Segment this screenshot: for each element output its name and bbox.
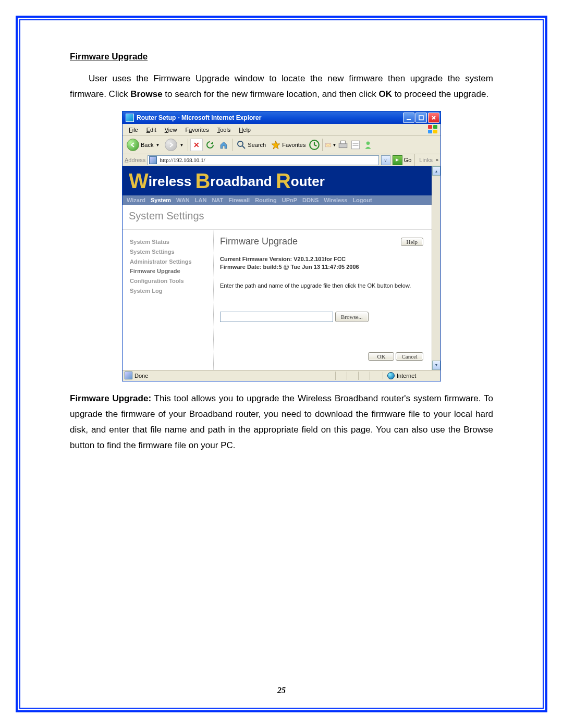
ie-window: Router Setup - Microsoft Internet Explor…	[122, 111, 441, 381]
sidebar: System Status System Settings Administra…	[123, 230, 214, 370]
svg-point-2	[238, 141, 243, 146]
internet-zone-icon	[387, 372, 395, 379]
svg-rect-0	[407, 119, 411, 120]
forward-icon	[165, 139, 177, 151]
nav-logout[interactable]: Logout	[352, 197, 372, 203]
back-button[interactable]: Back ▼	[125, 138, 162, 152]
address-dropdown[interactable]: v	[381, 155, 390, 165]
windows-flag-icon	[428, 125, 438, 134]
help-button[interactable]: Help	[401, 238, 423, 246]
svg-rect-1	[419, 116, 423, 120]
address-bar: Address v Go Links »	[123, 154, 440, 166]
sidebar-item-administrator-settings[interactable]: Administrator Settings	[130, 257, 208, 267]
ok-button[interactable]: OK	[368, 352, 394, 361]
security-zone: Internet	[383, 372, 438, 379]
browse-button[interactable]: Browse...	[335, 312, 369, 322]
nav-nat[interactable]: NAT	[212, 197, 223, 203]
nav-routing[interactable]: Routing	[255, 197, 277, 203]
sidebar-item-system-status[interactable]: System Status	[130, 237, 208, 247]
url-input[interactable]	[158, 156, 377, 164]
refresh-icon	[205, 140, 215, 150]
intro-paragraph: User uses the Firmware Upgrade window to…	[70, 71, 493, 102]
minimize-button[interactable]	[403, 113, 414, 123]
status-bar: Done Internet	[123, 370, 440, 381]
scroll-up-button[interactable]: ▴	[432, 166, 440, 176]
edit-icon	[350, 139, 361, 151]
go-icon	[393, 155, 402, 165]
upgrade-instruction: Enter the path and name of the upgrade f…	[220, 282, 423, 289]
menu-bar: File Edit View Favorites Tools Help	[123, 124, 440, 136]
sidebar-item-firmware-upgrade[interactable]: Firmware Upgrade	[130, 266, 208, 276]
print-button[interactable]	[337, 139, 349, 151]
section-header: System Settings	[123, 205, 432, 230]
section-title: Firmware Upgrade	[70, 52, 493, 62]
search-button[interactable]: Search	[235, 139, 268, 151]
main-panel: Firmware Upgrade Help Current Firmware V…	[214, 230, 432, 370]
window-title: Router Setup - Microsoft Internet Explor…	[137, 114, 403, 121]
cancel-button[interactable]: Cancel	[396, 352, 423, 361]
vertical-scrollbar[interactable]: ▴ ▾	[432, 166, 440, 370]
sidebar-item-configuration-tools[interactable]: Configuration Tools	[130, 276, 208, 286]
nav-wan[interactable]: WAN	[176, 197, 190, 203]
page-icon	[149, 156, 157, 164]
nav-system[interactable]: System	[151, 197, 171, 203]
ie-icon	[126, 114, 134, 122]
scroll-down-button[interactable]: ▾	[432, 361, 440, 370]
title-bar: Router Setup - Microsoft Internet Explor…	[123, 112, 440, 124]
maximize-button[interactable]	[415, 113, 427, 123]
firmware-version: Current Firmware Version: V20.1.2.101for…	[220, 255, 423, 263]
mail-icon	[325, 142, 332, 149]
menu-edit[interactable]: Edit	[142, 126, 161, 134]
file-path-input[interactable]	[220, 312, 333, 322]
toolbar: Back ▼ ▼ ✕ Search	[123, 136, 440, 154]
menu-favorites[interactable]: Favorites	[181, 126, 213, 134]
star-icon	[271, 140, 280, 150]
menu-tools[interactable]: Tools	[213, 126, 235, 134]
refresh-button[interactable]	[204, 139, 216, 151]
router-banner: Wireless Broadband Router	[123, 166, 432, 195]
address-label: Address	[125, 157, 145, 163]
edit-button[interactable]	[350, 139, 361, 151]
messenger-button[interactable]	[362, 139, 374, 151]
home-button[interactable]	[217, 139, 230, 151]
svg-rect-7	[352, 141, 360, 149]
messenger-icon	[362, 139, 374, 151]
page-number: 25	[20, 686, 543, 695]
favorites-button[interactable]: Favorites	[269, 139, 308, 151]
menu-file[interactable]: File	[125, 126, 142, 134]
nav-ddns[interactable]: DDNS	[302, 197, 319, 203]
nav-upnp[interactable]: UPnP	[282, 197, 297, 203]
status-page-icon	[125, 372, 132, 379]
svg-point-8	[366, 142, 370, 145]
menu-view[interactable]: View	[161, 126, 181, 134]
forward-button[interactable]: ▼	[163, 138, 186, 152]
svg-rect-6	[341, 141, 346, 144]
links-label[interactable]: Links	[418, 157, 434, 163]
router-page: Wireless Broadband Router Wizard System …	[123, 166, 432, 370]
panel-title: Firmware Upgrade	[220, 236, 401, 247]
sidebar-item-system-log[interactable]: System Log	[130, 286, 208, 296]
sidebar-item-system-settings[interactable]: System Settings	[130, 247, 208, 257]
nav-firewall[interactable]: Firewall	[228, 197, 250, 203]
history-icon	[309, 139, 320, 151]
status-text: Done	[134, 373, 148, 379]
stop-button[interactable]: ✕	[190, 139, 203, 151]
links-chevron-icon[interactable]: »	[436, 157, 438, 163]
nav-lan[interactable]: LAN	[195, 197, 207, 203]
mail-button[interactable]: ▼	[325, 139, 336, 151]
history-button[interactable]	[309, 139, 320, 151]
search-icon	[237, 140, 246, 150]
address-box[interactable]	[148, 155, 378, 165]
description-paragraph: Firmware Upgrade: This tool allows you t…	[70, 391, 493, 453]
home-icon	[219, 140, 228, 150]
router-nav: Wizard System WAN LAN NAT Firewall Routi…	[123, 195, 432, 205]
firmware-date: Firmware Date: build:5 @ Tue Jun 13 11:4…	[220, 263, 423, 271]
nav-wireless[interactable]: Wireless	[324, 197, 347, 203]
nav-wizard[interactable]: Wizard	[127, 197, 145, 203]
go-button[interactable]: Go	[393, 155, 412, 165]
menu-help[interactable]: Help	[235, 126, 255, 134]
print-icon	[337, 139, 349, 151]
back-icon	[127, 139, 139, 151]
close-button[interactable]	[428, 113, 439, 123]
